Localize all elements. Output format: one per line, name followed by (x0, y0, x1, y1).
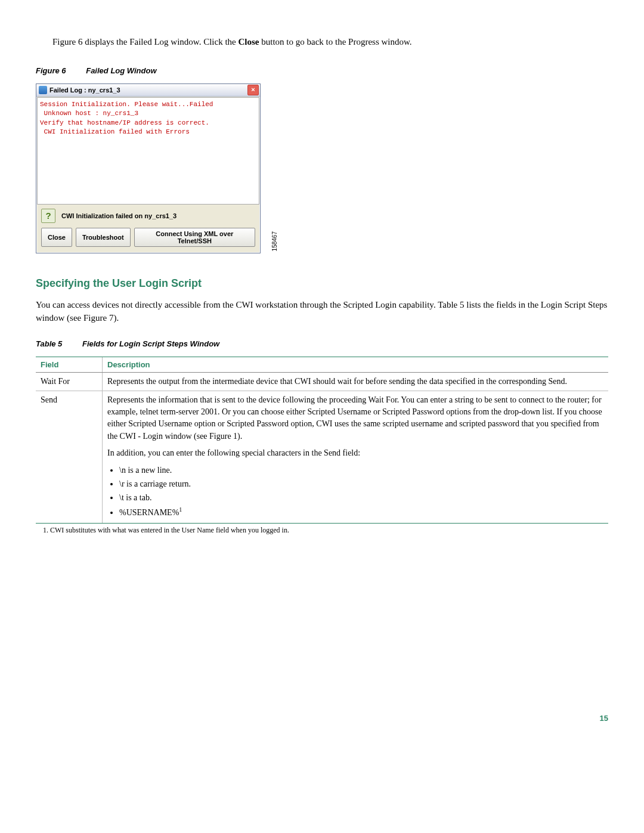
log-line: Verify that hostname/IP address is corre… (40, 119, 256, 128)
cell-field: Send (36, 391, 103, 523)
header-description: Description (103, 357, 609, 372)
table-label: Table 5 (36, 339, 62, 348)
section-heading: Specifying the User Login Script (36, 277, 608, 290)
list-item: \n is a new line. (119, 464, 603, 476)
intro-close-bold: Close (239, 37, 259, 47)
table-footnote: 1. CWI substitutes with what was entered… (43, 526, 608, 535)
intro-text-1: Figure 6 displays the Failed Log window.… (52, 37, 239, 47)
log-line: Unknown host : ny_crs1_3 (40, 109, 256, 118)
intro-paragraph: Figure 6 displays the Failed Log window.… (52, 36, 608, 48)
failed-log-window: Failed Log : ny_crs1_3 × Session Initial… (36, 83, 261, 253)
cell-field: Wait For (36, 372, 103, 391)
page-number: 15 (36, 714, 608, 723)
footnote-ref: 1 (179, 506, 182, 513)
send-desc-2: In addition, you can enter the following… (107, 447, 603, 459)
list-item: \t is a tab. (119, 491, 603, 504)
status-row: ? CWI Initialization failed on ny_crs1_3 (36, 205, 260, 225)
figure-caption: Figure 6 Failed Log Window (36, 66, 608, 75)
window-close-icon[interactable]: × (247, 85, 259, 95)
question-icon: ? (41, 209, 55, 223)
table-row: Wait For Represents the output from the … (36, 372, 608, 391)
table-header-row: Field Description (36, 357, 608, 372)
connect-xml-button[interactable]: Connect Using XML over Telnet/SSH (134, 228, 255, 247)
failed-log-window-wrapper: Failed Log : ny_crs1_3 × Session Initial… (36, 83, 268, 253)
close-button[interactable]: Close (41, 228, 72, 247)
window-title: Failed Log : ny_crs1_3 (49, 86, 247, 94)
button-row: Close Troubleshoot Connect Using XML ove… (36, 225, 260, 253)
list-item: %USERNAME%1 (119, 505, 603, 519)
status-text: CWI Initialization failed on ny_crs1_3 (61, 212, 177, 219)
send-desc-1: Represents the information that is sent … (107, 394, 603, 442)
bullet-text: %USERNAME% (119, 508, 179, 517)
figure-label: Figure 6 (36, 66, 66, 75)
window-titlebar[interactable]: Failed Log : ny_crs1_3 × (36, 84, 260, 97)
cell-description: Represents the information that is sent … (103, 391, 609, 523)
figure-id-label: 158467 (271, 231, 278, 251)
send-bullets: \n is a new line. \r is a carriage retur… (119, 464, 603, 519)
section-description: You can access devices not directly acce… (36, 299, 608, 325)
log-line: CWI Initialization failed with Errors (40, 128, 256, 137)
log-line: Session Initialization. Please wait...Fa… (40, 100, 256, 109)
intro-text-2: button to go back to the Progress window… (259, 37, 412, 47)
list-item: \r is a carriage return. (119, 478, 603, 490)
troubleshoot-button[interactable]: Troubleshoot (76, 228, 131, 247)
header-field: Field (36, 357, 103, 372)
figure-title: Failed Log Window (86, 66, 156, 75)
log-output-area: Session Initialization. Please wait...Fa… (37, 97, 259, 205)
cell-description: Represents the output from the intermedi… (103, 372, 609, 391)
table-caption: Table 5 Fields for Login Script Steps Wi… (36, 339, 608, 348)
app-icon (39, 86, 47, 94)
table-title: Fields for Login Script Steps Window (82, 339, 219, 348)
table-row: Send Represents the information that is … (36, 391, 608, 523)
fields-table: Field Description Wait For Represents th… (36, 357, 608, 524)
